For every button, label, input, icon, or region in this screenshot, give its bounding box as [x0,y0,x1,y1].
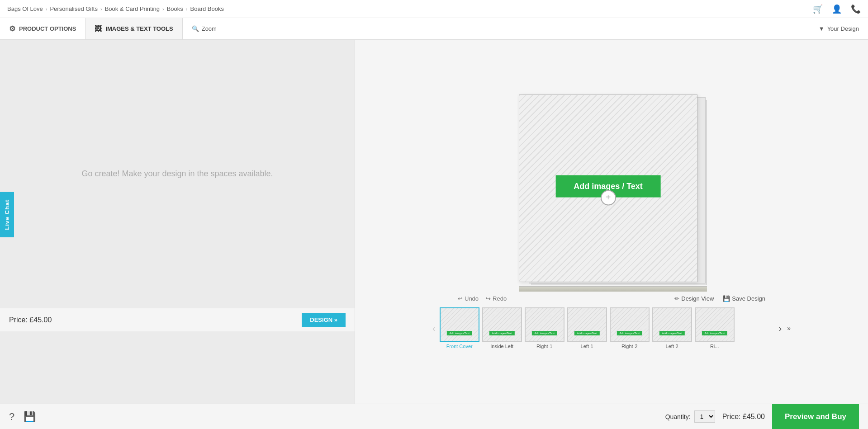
thumb-front-cover[interactable]: Add images/Text Front Cover [439,307,480,349]
right-panel: Add images / Text + ↩ Undo ↪ Redo ✏ [355,40,868,404]
top-nav-icons: 🛒 👤 📞 [813,4,861,14]
thumb-img-ri: Add images/Text [695,307,735,342]
thumb-label-right-2: Right-2 [621,344,637,349]
your-design-label: Your Design [827,25,859,32]
bottom-right: Quantity: 1 2 3 4 5 Price: £45.00 Previe… [665,404,859,429]
quantity-area: Quantity: 1 2 3 4 5 [665,410,715,423]
thumb-left-1[interactable]: Add images/Text Left-1 [567,307,607,349]
thumb-ri[interactable]: Add images/Text Ri... [694,307,735,349]
undo-label: Undo [465,295,479,302]
thumb-inside-left[interactable]: Add images/Text Inside Left [482,307,522,349]
bottom-bar: ? 💾 Quantity: 1 2 3 4 5 Price: £45.00 Pr… [0,404,868,429]
save-design-label: Save Design [732,295,765,302]
thumb-pattern-2 [483,308,521,341]
breadcrumb-personalised-gifts[interactable]: Personalised Gifts [50,5,98,12]
price-bar: Price: £45.00 DESIGN » [0,308,355,331]
plus-circle-icon: + [601,190,616,205]
book-preview: Add images / Text + [519,94,704,289]
design-view-label: Design View [681,295,714,302]
main-layout: Go create! Make your design in the space… [0,40,868,404]
sep1: › [46,6,47,12]
thumb-label-right-1: Right-1 [536,344,552,349]
price-label: Price: £45.00 [9,316,52,324]
thumb-prev-button[interactable]: ‹ [431,321,437,335]
redo-button[interactable]: ↪ Redo [486,295,507,302]
thumb-right-2[interactable]: Add images/Text Right-2 [609,307,650,349]
toolbar: ⚙ PRODUCT OPTIONS 🖼 IMAGES & TEXT TOOLS … [0,18,868,40]
zoom-area: 🔍 Zoom [183,25,226,32]
top-nav: Bags Of Love › Personalised Gifts › Book… [0,0,868,18]
sep4: › [186,6,188,12]
quantity-select[interactable]: 1 2 3 4 5 [694,410,715,423]
quantity-label: Quantity: [665,413,691,420]
save-design-controls: ✏ Design View 💾 Save Design [674,295,765,302]
lower-panel [0,331,355,404]
thumb-add-btn-7: Add images/Text [702,331,727,335]
preview-buy-button[interactable]: Preview and Buy [772,404,859,429]
breadcrumb: Bags Of Love › Personalised Gifts › Book… [7,5,224,12]
thumb-img-right-1: Add images/Text [525,307,564,342]
phone-icon[interactable]: 📞 [851,4,861,14]
thumb-add-btn-5: Add images/Text [617,331,642,335]
thumb-label-left-1: Left-1 [581,344,593,349]
your-design-area[interactable]: ▼ Your Design [810,25,868,32]
book-main: Add images / Text + [519,94,697,282]
thumb-label-inside-left: Inside Left [490,344,513,349]
left-panel: Go create! Make your design in the space… [0,40,355,404]
price-display: Price: £45.00 [722,413,765,421]
thumb-add-btn-6: Add images/Text [659,331,684,335]
breadcrumb-board-books[interactable]: Board Books [190,5,224,12]
thumbnails-section: ‹ Add images/Text Front Cover Add images… [431,307,792,349]
save-design-button[interactable]: 💾 Save Design [723,295,765,302]
thumb-label-ri: Ri... [710,344,719,349]
thumb-img-front-cover: Add images/Text [440,307,479,342]
undo-redo: ↩ Undo ↪ Redo [458,295,507,302]
redo-label: Redo [493,295,507,302]
thumb-pattern-3 [526,308,564,341]
thumb-img-inside-left: Add images/Text [482,307,522,342]
thumb-pattern [441,308,479,341]
thumb-pattern-5 [611,308,649,341]
design-button[interactable]: DESIGN » [302,313,346,327]
thumb-add-btn-4: Add images/Text [574,331,599,335]
breadcrumb-book-card[interactable]: Book & Card Printing [105,5,160,12]
save-icon[interactable]: 💾 [24,411,36,423]
brand-link[interactable]: Bags Of Love [7,5,43,12]
thumb-pattern-7 [696,308,734,341]
design-controls: ↩ Undo ↪ Redo ✏ Design View 💾 Save Desig… [453,295,770,302]
thumbnails-list: Add images/Text Front Cover Add images/T… [439,307,775,349]
thumb-img-left-2: Add images/Text [652,307,692,342]
pencil-icon: ✏ [674,295,679,302]
tab-images-text-tools[interactable]: 🖼 IMAGES & TEXT TOOLS [85,18,182,39]
zoom-label: Zoom [202,25,217,32]
redo-icon: ↪ [486,295,491,302]
thumb-img-right-2: Add images/Text [610,307,650,342]
tab-product-options[interactable]: ⚙ PRODUCT OPTIONS [0,18,85,39]
thumb-label-left-2: Left-2 [666,344,678,349]
thumb-left-2[interactable]: Add images/Text Left-2 [652,307,693,349]
sep3: › [162,6,164,12]
thumb-right-1[interactable]: Add images/Text Right-1 [524,307,565,349]
thumb-add-btn: Add images/Text [446,331,472,335]
thumb-add-btn-2: Add images/Text [489,331,514,335]
breadcrumb-books[interactable]: Books [167,5,183,12]
image-icon: 🖼 [95,25,102,33]
thumb-next-button[interactable]: › [777,321,784,335]
sep2: › [100,6,102,12]
undo-icon: ↩ [458,295,463,302]
thumb-pattern-6 [653,308,691,341]
thumb-last-button[interactable]: » [785,323,792,334]
cart-icon[interactable]: 🛒 [813,4,823,14]
thumb-pattern-4 [568,308,606,341]
design-placeholder: Go create! Make your design in the space… [81,169,273,179]
live-chat-button[interactable]: Live Chat [0,192,14,237]
floppy-icon: 💾 [723,295,730,302]
account-icon[interactable]: 👤 [832,4,842,14]
undo-button[interactable]: ↩ Undo [458,295,479,302]
zoom-icon: 🔍 [192,25,199,32]
thumb-label-front-cover: Front Cover [446,344,473,349]
design-view-button[interactable]: ✏ Design View [674,295,714,302]
help-icon[interactable]: ? [9,411,14,423]
tab-images-text-label: IMAGES & TEXT TOOLS [105,25,173,32]
chevron-down-icon: ▼ [819,25,825,32]
